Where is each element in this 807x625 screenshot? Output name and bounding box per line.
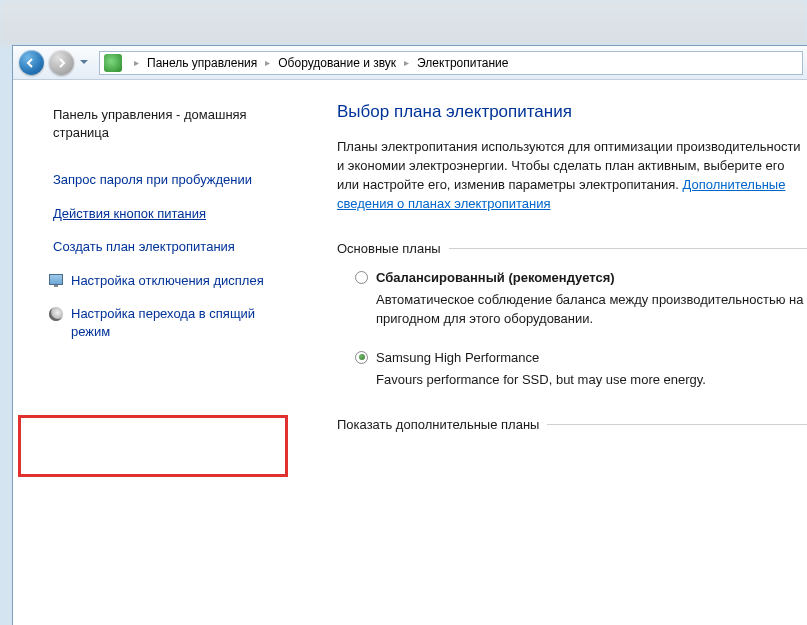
plan-name: Сбалансированный (рекомендуется) [376, 270, 615, 285]
sidebar-item-display-off[interactable]: Настройка отключения дисплея [31, 264, 297, 298]
sidebar-item-power-buttons[interactable]: Действия кнопок питания [31, 197, 297, 231]
content-area: Панель управления - домашняя страница За… [13, 80, 807, 625]
moon-icon [49, 307, 65, 323]
sidebar: Панель управления - домашняя страница За… [13, 80, 297, 625]
sidebar-item-create-plan[interactable]: Создать план электропитания [31, 230, 297, 264]
page-description: Планы электропитания используются для оп… [337, 138, 807, 213]
plan-samsung: Samsung High Performance Favours perform… [355, 350, 807, 389]
plan-description: Автоматическое соблюдение баланса между … [376, 291, 807, 327]
sidebar-item-label: Запрос пароля при пробуждении [53, 172, 252, 187]
back-button[interactable] [17, 49, 45, 77]
sidebar-item-label: Создать план электропитания [53, 239, 235, 254]
plan-radio-row[interactable]: Сбалансированный (рекомендуется) [355, 270, 807, 285]
section-additional-plans[interactable]: Показать дополнительные планы [337, 417, 807, 432]
control-panel-icon [104, 54, 122, 72]
plan-name: Samsung High Performance [376, 350, 539, 365]
monitor-icon [49, 274, 65, 290]
breadcrumb-part[interactable]: Панель управления [147, 56, 257, 70]
breadcrumb-part[interactable]: Оборудование и звук [278, 56, 396, 70]
chevron-right-icon: ▸ [265, 57, 270, 68]
chevron-down-icon [80, 60, 88, 65]
sidebar-item-password[interactable]: Запрос пароля при пробуждении [31, 163, 297, 197]
plan-radio-row[interactable]: Samsung High Performance [355, 350, 807, 365]
page-title: Выбор плана электропитания [337, 102, 807, 122]
sidebar-home-link[interactable]: Панель управления - домашняя страница [31, 98, 297, 149]
forward-button[interactable] [47, 49, 75, 77]
breadcrumb[interactable]: ▸ Панель управления ▸ Оборудование и зву… [99, 51, 803, 75]
arrow-right-icon [55, 57, 67, 69]
radio-unchecked[interactable] [355, 271, 368, 284]
arrow-left-icon [25, 57, 37, 69]
chevron-right-icon: ▸ [134, 57, 139, 68]
control-panel-window: ▸ Панель управления ▸ Оборудование и зву… [12, 45, 807, 625]
radio-checked[interactable] [355, 351, 368, 364]
section-main-plans: Основные планы [337, 241, 807, 256]
highlight-annotation [18, 415, 288, 477]
chevron-right-icon: ▸ [404, 57, 409, 68]
plan-balanced: Сбалансированный (рекомендуется) Автомат… [355, 270, 807, 327]
breadcrumb-part[interactable]: Электропитание [417, 56, 508, 70]
sidebar-item-label: Настройка отключения дисплея [71, 273, 264, 288]
history-dropdown[interactable] [77, 49, 91, 77]
sidebar-home-label: Панель управления - домашняя страница [53, 107, 247, 140]
main-panel: Выбор плана электропитания Планы электро… [297, 80, 807, 625]
sidebar-item-label: Действия кнопок питания [53, 206, 206, 221]
plan-description: Favours performance for SSD, but may use… [376, 371, 807, 389]
navigation-bar: ▸ Панель управления ▸ Оборудование и зву… [13, 46, 807, 80]
sidebar-item-label: Настройка перехода в спящий режим [71, 306, 255, 339]
sidebar-item-sleep[interactable]: Настройка перехода в спящий режим [31, 297, 297, 348]
